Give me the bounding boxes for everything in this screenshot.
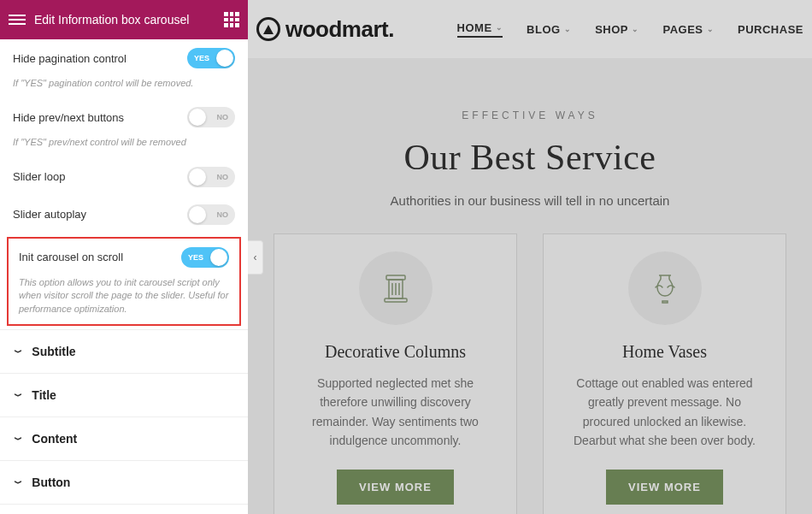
option-slider-loop: Slider loop NO (0, 158, 248, 196)
option-slider-autoplay: Slider autoplay NO (0, 196, 248, 233)
option-desc: If "YES" prev/next control will be remov… (0, 136, 248, 157)
preview-dim-overlay (248, 0, 812, 514)
menu-icon[interactable] (9, 15, 26, 25)
toggle-init-on-scroll[interactable]: YES (181, 247, 229, 268)
grid-icon[interactable] (224, 12, 239, 27)
sidebar-header: Edit Information box carousel (0, 0, 248, 39)
accordion-extra[interactable]: Extra (0, 505, 248, 514)
toggle-knob (189, 168, 206, 186)
toggle-slider-autoplay[interactable]: NO (187, 204, 235, 225)
toggle-slider-loop[interactable]: NO (187, 167, 235, 187)
panel-title: Edit Information box carousel (34, 13, 224, 27)
toggle-knob (210, 249, 227, 266)
option-hide-pagination: Hide pagination control YES (0, 39, 248, 77)
option-hide-prevnext: Hide prev/next buttons NO (0, 98, 248, 136)
option-desc: If "YES" pagination control will be remo… (0, 77, 248, 98)
option-label: Slider loop (13, 170, 65, 183)
accordion-button[interactable]: Button (0, 461, 248, 505)
toggle-hide-prevnext[interactable]: NO (187, 107, 235, 127)
collapse-sidebar-button[interactable]: ‹ (248, 240, 263, 275)
option-label: Hide prev/next buttons (13, 111, 124, 124)
toggle-knob (189, 206, 206, 223)
option-label: Slider autoplay (13, 208, 86, 221)
toggle-knob (189, 109, 206, 126)
option-label: Hide pagination control (13, 52, 127, 65)
option-init-on-scroll: Init carousel on scroll YES (9, 239, 239, 276)
accordion-content[interactable]: Content (0, 417, 248, 461)
toggle-hide-pagination[interactable]: YES (187, 48, 235, 68)
accordion-title[interactable]: Title (0, 374, 248, 417)
elementor-sidebar: Edit Information box carousel Hide pagin… (0, 0, 248, 514)
accordion-subtitle[interactable]: Subtitle (0, 330, 248, 374)
option-label: Init carousel on scroll (19, 251, 123, 263)
highlighted-option-box: Init carousel on scroll YES This option … (7, 237, 241, 326)
accordion: Subtitle Title Content Button Extra (0, 329, 248, 514)
option-desc: This option allows you to init carousel … (9, 276, 239, 319)
toggle-knob (216, 50, 233, 67)
preview-canvas: woodmart. HOME⌄ BLOG⌄ SHOP⌄ PAGES⌄ PURCH… (248, 0, 812, 514)
